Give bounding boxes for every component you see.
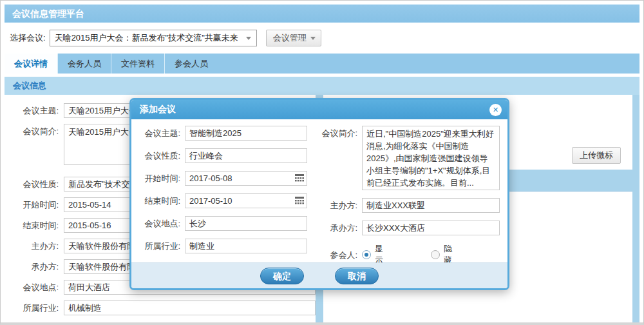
dialog-location-input[interactable]: 长沙 (185, 216, 307, 231)
meeting-select-dropdown[interactable]: 天喻2015用户大会：新品发布"技术交流"共赢未来 (50, 30, 257, 46)
meeting-platform-window: 会议信息管理平台 选择会议: 天喻2015用户大会：新品发布"技术交流"共赢未来… (0, 0, 644, 325)
dialog-end-date-value: 2017-05-10 (189, 196, 232, 206)
confirm-button[interactable]: 确定 (260, 268, 304, 284)
field-label-subject: 会议主题: (5, 103, 59, 118)
dialog-footer: 确定 取消 (131, 262, 507, 288)
meeting-manage-label: 会议管理 (273, 33, 307, 43)
field-label-host: 主办方: (5, 239, 59, 253)
tab-bar: 会议详情 会务人员 文件资料 参会人员 (5, 54, 639, 74)
add-meeting-dialog: 添加会议 会议主题: 智能制造2025 会议性质: 行业峰会 开始时间: 201… (129, 98, 509, 290)
tab-attendees[interactable]: 参会人员 (164, 54, 218, 74)
dialog-label-start-date: 开始时间: (135, 171, 180, 186)
radio-hide[interactable] (431, 250, 440, 259)
field-label-intro: 会议简介: (5, 124, 59, 165)
section-title-bar: 会议信息 (5, 77, 639, 95)
field-label-location: 会议地点: (5, 280, 59, 295)
dialog-label-end-date: 结束时间: (135, 193, 180, 208)
dialog-label-subject: 会议主题: (135, 126, 180, 141)
field-label-industry: 所属行业: (5, 300, 59, 315)
dialog-intro-textarea[interactable]: 近日,"中国制造2025"迎来重大利好消息,为细化落实《中国制造2025》,由国… (362, 126, 500, 190)
chevron-down-icon (310, 37, 316, 40)
dialog-label-location: 会议地点: (135, 216, 180, 231)
dialog-subject-input[interactable]: 智能制造2025 (185, 126, 307, 141)
dialog-title: 添加会议 (140, 104, 176, 115)
calendar-icon[interactable] (295, 197, 304, 205)
dialog-end-date-input[interactable]: 2017-05-10 (185, 193, 307, 208)
tab-meeting-detail[interactable]: 会议详情 (5, 54, 57, 74)
dialog-label-host: 主办方: (312, 198, 357, 213)
field-label-nature: 会议性质: (5, 177, 59, 192)
cancel-button[interactable]: 取消 (335, 268, 379, 284)
upload-logo-button[interactable]: 上传微标 (572, 147, 621, 164)
dialog-label-industry: 所属行业: (135, 239, 180, 253)
dialog-label-intro: 会议简介: (312, 126, 357, 190)
dialog-industry-input[interactable]: 制造业 (185, 239, 307, 253)
dialog-body: 会议主题: 智能制造2025 会议性质: 行业峰会 开始时间: 2017-05-… (131, 119, 507, 274)
dialog-nature-input[interactable]: 行业峰会 (185, 148, 307, 163)
industry-input[interactable]: 机械制造 (64, 300, 316, 315)
chevron-down-icon (246, 37, 251, 40)
tab-files[interactable]: 文件资料 (111, 54, 164, 74)
dialog-right-column: 会议简介: 近日,"中国制造2025"迎来重大利好消息,为细化落实《中国制造20… (307, 126, 500, 274)
field-label-organizer: 承办方: (5, 259, 59, 274)
dialog-host-input[interactable]: 制造业XXX联盟 (362, 198, 500, 213)
calendar-icon[interactable] (295, 174, 304, 182)
dialog-header: 添加会议 (131, 100, 507, 119)
field-label-start-date: 开始时间: (5, 197, 59, 212)
meeting-manage-button[interactable]: 会议管理 (266, 30, 321, 46)
field-label-end-date: 结束时间: (5, 218, 59, 233)
dialog-start-date-value: 2017-05-08 (189, 173, 232, 183)
dialog-label-nature: 会议性质: (135, 148, 180, 163)
dialog-organizer-input[interactable]: 长沙XXX大酒店 (362, 221, 500, 235)
meeting-select-value: 天喻2015用户大会：新品发布"技术交流"共赢未来 (55, 33, 238, 43)
dialog-label-attendees: 参会人: (312, 248, 357, 262)
section-title: 会议信息 (13, 81, 46, 90)
select-meeting-label: 选择会议: (10, 32, 46, 44)
radio-show[interactable] (362, 250, 371, 259)
dialog-left-column: 会议主题: 智能制造2025 会议性质: 行业峰会 开始时间: 2017-05-… (135, 126, 307, 274)
close-icon[interactable] (489, 104, 502, 116)
dialog-label-organizer: 承办方: (312, 221, 357, 235)
app-header: 会议信息管理平台 (5, 5, 639, 23)
app-title: 会议信息管理平台 (12, 8, 84, 19)
meeting-select-row: 选择会议: 天喻2015用户大会：新品发布"技术交流"共赢未来 会议管理 (5, 23, 639, 54)
tab-staff[interactable]: 会务人员 (57, 54, 111, 74)
dialog-start-date-input[interactable]: 2017-05-08 (185, 171, 307, 186)
